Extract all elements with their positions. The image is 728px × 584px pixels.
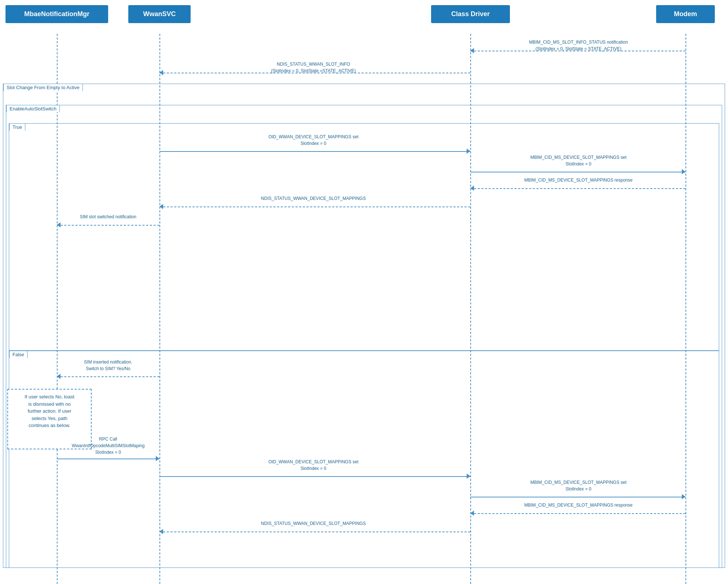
arrow-sim-inserted: SIM inserted notification.Switch to SIM?… [57, 369, 159, 384]
arrow-rpc-call-label: RPC CallWwanIntfOpcodeMultiSIMSlotMaping… [60, 436, 156, 456]
group-enable-auto-label: EnableAutoSlotSwitch [6, 105, 60, 112]
arrow-oid-slot-set-2: OID_WWAN_DEVICE_SLOT_MAPPINGS setSlotInd… [159, 469, 470, 483]
arrow-sim-inserted-label: SIM inserted notification.Switch to SIM?… [59, 359, 158, 372]
lifeline-header-mbae: MbaeNotificationMgr [5, 5, 108, 23]
arrow-rpc-call: RPC CallWwanIntfOpcodeMultiSIMSlotMaping… [57, 451, 159, 466]
arrow-mbim-device-response-2: MBIM_CID_MS_DEVICE_SLOT_MAPPINGS respons… [470, 508, 685, 519]
arrow-mbim-device-set-2: MBIM_CID_MS_DEVICE_SLOT_MAPPINGS setSlot… [470, 489, 685, 504]
arrow-ndis-device-slot-2: NDIS_STATUS_WWAN_DEVICE_SLOT_MAPPINGS [159, 526, 470, 537]
arrow-mbim-device-response-2-label: MBIM_CID_MS_DEVICE_SLOT_MAPPINGS respons… [478, 503, 679, 508]
arrow-mbim-device-set-1-label: MBIM_CID_MS_DEVICE_SLOT_MAPPINGS setSlot… [478, 154, 679, 167]
arrow-mbim-device-set-1: MBIM_CID_MS_DEVICE_SLOT_MAPPINGS setSlot… [470, 164, 685, 179]
arrow-oid-slot-set-1-label: OID_WWAN_DEVICE_SLOT_MAPPINGS setSlotInd… [196, 134, 431, 147]
arrow-ndis-device-slot-1: NDIS_STATUS_WWAN_DEVICE_SLOT_MAPPINGS [159, 201, 470, 212]
arrow-mbim-device-set-2-label: MBIM_CID_MS_DEVICE_SLOT_MAPPINGS setSlot… [478, 479, 679, 492]
arrow-oid-slot-set-2-label: OID_WWAN_DEVICE_SLOT_MAPPINGS setSlotInd… [196, 459, 431, 472]
group-false-label: False [9, 351, 27, 358]
lifeline-header-wwan: WwanSVC [128, 5, 191, 23]
arrow-ndis-slot-info: NDIS_STATUS_WWAN_SLOT_INFO(SlotIndex = 0… [159, 65, 470, 80]
arrow-mbim-device-response-1: MBIM_CID_MS_DEVICE_SLOT_MAPPINGS respons… [470, 183, 685, 194]
arrow-ndis-device-slot-1-label: NDIS_STATUS_WWAN_DEVICE_SLOT_MAPPINGS [196, 196, 431, 201]
group-true-label: True [9, 123, 25, 131]
arrow-ndis-device-slot-2-label: NDIS_STATUS_WWAN_DEVICE_SLOT_MAPPINGS [196, 521, 431, 526]
arrow-mbim-notification: MBIM_CID_MS_SLOT_INFO_STATUS notificatio… [470, 43, 685, 58]
arrow-sim-slot-switched: SIM slot switched notification [57, 219, 159, 230]
arrow-oid-slot-set-1: OID_WWAN_DEVICE_SLOT_MAPPINGS setSlotInd… [159, 144, 470, 158]
arrow-sim-slot-switched-label: SIM slot switched notification [60, 214, 156, 219]
lifeline-header-modem: Modem [656, 5, 715, 23]
arrow-mbim-device-response-1-label: MBIM_CID_MS_DEVICE_SLOT_MAPPINGS respons… [478, 178, 679, 183]
arrow-ndis-slot-info-label: NDIS_STATUS_WWAN_SLOT_INFO(SlotIndex = 0… [196, 61, 431, 74]
arrow-mbim-notification-label: MBIM_CID_MS_SLOT_INFO_STATUS notificatio… [485, 39, 672, 52]
group-slot-change-label: Slot Change From Empty to Active [3, 84, 83, 91]
lifeline-header-class: Class Driver [431, 5, 510, 23]
sequence-diagram: MbaeNotificationMgr WwanSVC Class Driver… [0, 0, 728, 584]
